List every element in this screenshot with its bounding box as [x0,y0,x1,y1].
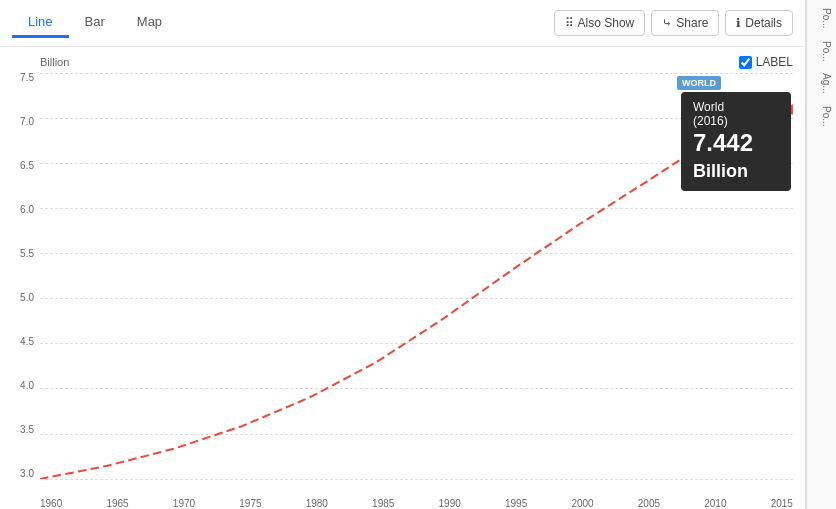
x-label-2005: 2005 [638,498,660,509]
world-badge: WORLD [677,76,721,90]
info-icon: ℹ [736,16,741,30]
y-axis: 7.5 7.0 6.5 6.0 5.5 5.0 4.5 4.0 3.5 3.0 [0,73,40,479]
y-label-5-5: 5.5 [20,249,34,259]
share-icon: ⤷ [662,16,672,30]
label-checkbox[interactable]: LABEL [739,55,793,69]
tooltip-title: World (2016) [693,100,779,128]
y-label-7-5: 7.5 [20,73,34,83]
tooltip-area: WORLD World (2016) 7.442 Billion [681,75,791,191]
y-label-5-0: 5.0 [20,293,34,303]
tab-bar[interactable]: Bar [69,8,121,38]
chart-area: Billion LABEL 7.5 [0,47,805,509]
x-label-1970: 1970 [173,498,195,509]
tab-line[interactable]: Line [12,8,69,38]
tooltip-value: 7.442 Billion [693,130,779,183]
x-label-2000: 2000 [571,498,593,509]
y-label-4-0: 4.0 [20,381,34,391]
sidebar-item-4[interactable]: Po... [811,106,832,127]
sidebar-item-3[interactable]: Ag... [811,73,832,94]
y-label-3-5: 3.5 [20,425,34,435]
tooltip-box: World (2016) 7.442 Billion [681,92,791,191]
x-label-1965: 1965 [106,498,128,509]
tooltip-unit: Billion [693,161,748,181]
toolbar: Line Bar Map ⠿ Also Show ⤷ Share ℹ Detai… [0,0,805,47]
x-label-1980: 1980 [306,498,328,509]
toolbar-actions: ⠿ Also Show ⤷ Share ℹ Details [554,10,793,36]
x-label-1995: 1995 [505,498,527,509]
x-label-1960: 1960 [40,498,62,509]
sidebar-item-2[interactable]: Po... [811,41,832,62]
tab-group: Line Bar Map [12,8,554,38]
x-label-1990: 1990 [439,498,461,509]
label-toggle[interactable] [739,56,752,69]
x-label-2015: 2015 [771,498,793,509]
y-label-6-0: 6.0 [20,205,34,215]
details-button[interactable]: ℹ Details [725,10,793,36]
share-button[interactable]: ⤷ Share [651,10,719,36]
tab-map[interactable]: Map [121,8,178,38]
x-label-1985: 1985 [372,498,394,509]
y-label-4-5: 4.5 [20,337,34,347]
sidebar-item-1[interactable]: Po... [811,8,832,29]
right-sidebar: Po... Po... Ag... Po... [806,0,836,509]
grid-line [40,479,793,480]
x-label-1975: 1975 [239,498,261,509]
y-label-6-5: 6.5 [20,161,34,171]
y-label-7-0: 7.0 [20,117,34,127]
label-row: Billion LABEL [0,55,805,73]
x-label-2010: 2010 [704,498,726,509]
y-axis-label: Billion [40,56,69,68]
x-axis: 1960 1965 1970 1975 1980 1985 1990 1995 … [40,494,793,509]
chart-wrapper: 7.5 7.0 6.5 6.0 5.5 5.0 4.5 4.0 3.5 3.0 [0,73,805,509]
also-show-icon: ⠿ [565,16,574,30]
y-label-3-0: 3.0 [20,469,34,479]
main-content: Line Bar Map ⠿ Also Show ⤷ Share ℹ Detai… [0,0,806,509]
also-show-button[interactable]: ⠿ Also Show [554,10,646,36]
